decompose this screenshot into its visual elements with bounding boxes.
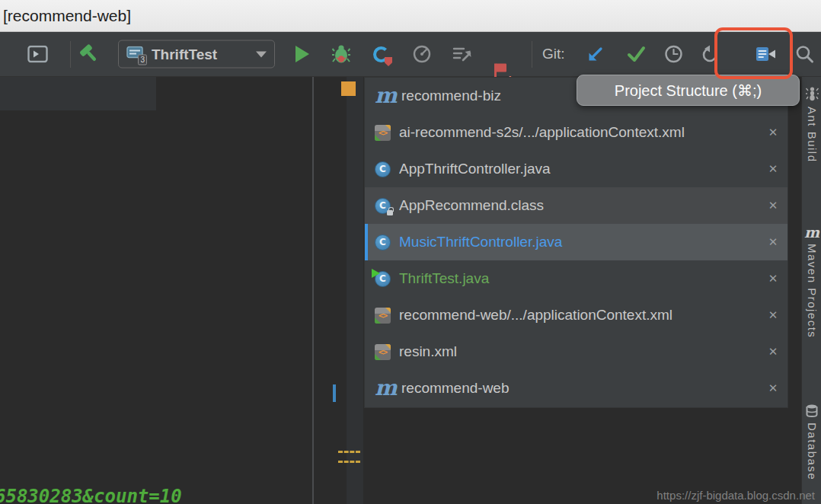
toolwindow-label: Ant Build <box>806 107 819 163</box>
play-icon <box>295 46 309 62</box>
revert-arrow-icon <box>701 45 719 63</box>
run-config-icon: 3 <box>126 46 145 62</box>
list-item[interactable]: <> resin.xml ✕ <box>365 333 787 370</box>
list-item[interactable]: <> ai-recommend-s2s/.../applicationConte… <box>365 114 787 151</box>
update-arrow-icon <box>586 45 605 63</box>
editor-highlight-block <box>0 77 156 110</box>
git-group-label: Git: <box>542 46 565 62</box>
close-icon[interactable]: ✕ <box>766 308 780 322</box>
hammer-icon <box>78 43 101 65</box>
close-icon[interactable]: ✕ <box>766 345 780 359</box>
list-item-label: AppRecommend.class <box>399 197 758 214</box>
run-with-profiler-button[interactable] <box>412 44 432 64</box>
ant-icon <box>806 86 819 101</box>
list-item-label: recommend-web/.../applicationContext.xml <box>399 307 758 324</box>
java-class-locked-icon: C <box>375 198 391 214</box>
maven-module-icon: m <box>375 381 393 396</box>
toolwindow-database[interactable]: Database <box>802 404 821 480</box>
recent-files-popup: m recommend-biz <> ai-recommend-s2s/.../… <box>364 77 788 408</box>
toolwindow-ant-build[interactable]: Ant Build <box>802 86 821 163</box>
run-config-label: ThriftTest <box>152 46 249 62</box>
run-button[interactable] <box>295 46 309 62</box>
close-icon[interactable]: ✕ <box>766 126 780 139</box>
main-toolbar: 3 ThriftTest <box>0 32 821 77</box>
run-config-badge: 3 <box>138 54 147 65</box>
xml-glyph: <> <box>379 128 387 138</box>
build-button[interactable] <box>78 43 101 65</box>
project-structure-icon <box>756 45 776 63</box>
lock-icon <box>387 210 393 215</box>
editor-divider <box>312 77 314 504</box>
flag-cloth <box>496 64 506 72</box>
list-item[interactable]: C ThriftTest.java ✕ <box>365 260 787 297</box>
run-toolwindow-button[interactable] <box>27 46 48 63</box>
stripe-dash-2 <box>338 461 360 463</box>
stripe-dash-1 <box>338 451 360 453</box>
list-item-label: ai-recommend-s2s/.../applicationContext.… <box>399 124 758 141</box>
java-class-icon: C <box>375 161 391 177</box>
coverage-shield-icon <box>385 57 392 66</box>
debug-bug-icon <box>332 43 350 65</box>
maven-module-icon: m <box>375 88 393 104</box>
error-stripe-mark-orange <box>341 81 356 96</box>
maven-icon: m <box>804 226 819 238</box>
debug-button[interactable] <box>332 43 350 65</box>
xml-file-icon: <> <box>375 344 391 360</box>
toolwindow-label: Maven Projects <box>806 244 819 338</box>
vcs-commit-button[interactable] <box>627 45 646 63</box>
close-icon[interactable]: ✕ <box>766 235 780 249</box>
list-item-label: MusicThriftController.java <box>399 234 758 250</box>
xml-file-icon: <> <box>375 308 391 324</box>
xml-glyph: <> <box>379 311 387 321</box>
profiler-dial-icon <box>412 44 432 64</box>
toolbar-separator <box>532 41 532 68</box>
database-icon <box>806 404 818 417</box>
list-item[interactable]: <> recommend-web/.../applicationContext.… <box>365 297 787 333</box>
class-letter: C <box>379 237 386 247</box>
chevron-down-icon <box>256 51 267 57</box>
class-letter: C <box>379 164 386 174</box>
ide-window: 65830283&count=10 [recommend-web] <box>0 0 821 504</box>
terminal-icon <box>27 46 48 63</box>
java-runnable-class-icon: C <box>375 271 391 287</box>
list-item-label: ThriftTest.java <box>399 270 758 287</box>
xml-glyph: <> <box>379 347 387 357</box>
history-button[interactable] <box>664 45 683 64</box>
class-letter: C <box>379 273 386 284</box>
watermark-url: https://zjf-bigdata.blog.csdn.net <box>656 489 815 502</box>
class-letter: C <box>379 200 386 211</box>
java-class-icon: C <box>375 234 391 250</box>
run-overlay-icon <box>372 269 380 278</box>
right-toolwindow-stripe: Ant Build m Maven Projects Database <box>801 77 821 504</box>
tooltip-text: Project Structure (⌘;) <box>615 81 762 100</box>
run-with-coverage-button[interactable] <box>372 45 390 63</box>
search-everywhere-button[interactable] <box>795 45 814 64</box>
list-item[interactable]: C AppThriftController.java ✕ <box>365 151 787 187</box>
toolbar-separator <box>70 41 71 68</box>
attach-profiler-button[interactable] <box>452 45 472 63</box>
project-structure-button[interactable] <box>756 45 776 63</box>
run-configuration-select[interactable]: 3 ThriftTest <box>118 40 275 69</box>
window-title: [recommend-web] <box>3 7 131 25</box>
close-icon[interactable]: ✕ <box>766 199 780 212</box>
error-stripe-mark-blue <box>333 384 336 402</box>
vcs-update-button[interactable] <box>586 45 605 63</box>
search-icon <box>795 45 814 64</box>
list-item[interactable]: m recommend-web ✕ <box>365 370 787 407</box>
toolwindow-maven-projects[interactable]: m Maven Projects <box>802 226 821 338</box>
tooltip-project-structure: Project Structure (⌘;) <box>577 75 800 106</box>
close-icon[interactable]: ✕ <box>766 162 780 176</box>
xml-file-icon: <> <box>375 125 391 141</box>
editor-code-fragment: 65830283&count=10 <box>0 486 182 504</box>
checkmark-icon <box>627 45 646 63</box>
close-icon[interactable]: ✕ <box>766 381 780 395</box>
clock-icon <box>664 45 683 64</box>
revert-button[interactable] <box>701 45 719 63</box>
editor-scrollbar[interactable] <box>347 77 363 504</box>
lines-arrow-icon <box>452 45 472 63</box>
list-item-label: recommend-web <box>401 380 758 397</box>
list-item-selected[interactable]: C MusicThriftController.java ✕ <box>365 224 787 260</box>
list-item[interactable]: C AppRecommend.class ✕ <box>365 187 787 224</box>
list-item-label: AppThriftController.java <box>399 161 758 177</box>
close-icon[interactable]: ✕ <box>766 272 780 285</box>
